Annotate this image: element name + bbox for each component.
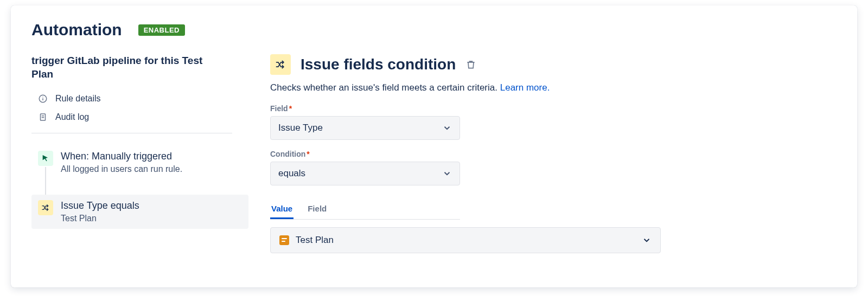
value-tabs: Value Field bbox=[270, 200, 460, 220]
detail-description-text: Checks whether an issue's field meets a … bbox=[270, 82, 497, 93]
required-marker: * bbox=[307, 150, 309, 158]
delete-button[interactable] bbox=[465, 59, 476, 70]
condition-label-text: Condition bbox=[270, 150, 305, 158]
shuffle-icon bbox=[270, 54, 291, 75]
chevron-down-icon bbox=[642, 235, 652, 245]
page-title: Automation bbox=[31, 21, 122, 39]
value-select-value: Test Plan bbox=[296, 235, 334, 246]
header-row: Automation ENABLED bbox=[31, 21, 248, 39]
detail-header: Issue fields condition bbox=[270, 54, 837, 75]
tab-field[interactable]: Field bbox=[307, 200, 328, 219]
cursor-icon bbox=[38, 151, 53, 166]
field-label-text: Field bbox=[270, 104, 288, 113]
chevron-down-icon bbox=[442, 123, 452, 133]
step-condition-subtitle: Test Plan bbox=[61, 214, 139, 223]
condition-select-value: equals bbox=[278, 168, 305, 179]
detail-panel: Issue fields condition Checks whether an… bbox=[270, 21, 837, 287]
document-icon bbox=[38, 112, 48, 122]
nav-rule-details[interactable]: Rule details bbox=[31, 89, 248, 108]
step-condition[interactable]: Issue Type equals Test Plan bbox=[31, 195, 248, 229]
condition-select[interactable]: equals bbox=[270, 162, 460, 185]
svg-point-2 bbox=[42, 97, 43, 98]
required-marker: * bbox=[289, 104, 292, 113]
rule-steps: When: Manually triggered All logged in u… bbox=[31, 145, 248, 244]
step-connector bbox=[45, 167, 46, 195]
learn-more-link[interactable]: Learn more. bbox=[500, 82, 550, 93]
step-trigger[interactable]: When: Manually triggered All logged in u… bbox=[31, 145, 248, 179]
step-trigger-subtitle: All logged in users can run rule. bbox=[61, 164, 182, 174]
tab-value[interactable]: Value bbox=[270, 200, 293, 219]
rule-sidebar: Automation ENABLED trigger GitLab pipeli… bbox=[31, 21, 248, 287]
field-select[interactable]: Issue Type bbox=[270, 116, 460, 140]
nav-audit-log-label: Audit log bbox=[55, 112, 89, 122]
info-icon bbox=[38, 94, 48, 104]
condition-label: Condition* bbox=[270, 150, 460, 158]
condition-form: Field* Issue Type Condition* equals bbox=[270, 104, 460, 220]
value-tabs-group: Value Field bbox=[270, 195, 460, 220]
detail-description: Checks whether an issue's field meets a … bbox=[270, 82, 837, 93]
field-group-field: Field* Issue Type bbox=[270, 104, 460, 140]
field-select-value: Issue Type bbox=[278, 123, 323, 133]
trash-icon bbox=[465, 59, 476, 70]
rule-name: trigger GitLab pipeline for this Test Pl… bbox=[31, 54, 227, 81]
step-trigger-title: When: Manually triggered bbox=[61, 151, 182, 162]
shuffle-icon bbox=[38, 200, 53, 215]
detail-title: Issue fields condition bbox=[301, 56, 456, 73]
status-badge: ENABLED bbox=[138, 24, 185, 36]
nav-audit-log[interactable]: Audit log bbox=[31, 108, 248, 126]
chevron-down-icon bbox=[442, 169, 452, 178]
test-plan-icon bbox=[279, 235, 289, 245]
step-condition-title: Issue Type equals bbox=[61, 200, 139, 211]
field-group-condition: Condition* equals bbox=[270, 150, 460, 185]
rule-nav: Rule details Audit log bbox=[31, 89, 248, 126]
field-label: Field* bbox=[270, 104, 460, 113]
value-select[interactable]: Test Plan bbox=[270, 227, 661, 253]
divider bbox=[31, 133, 232, 133]
nav-rule-details-label: Rule details bbox=[55, 94, 101, 104]
